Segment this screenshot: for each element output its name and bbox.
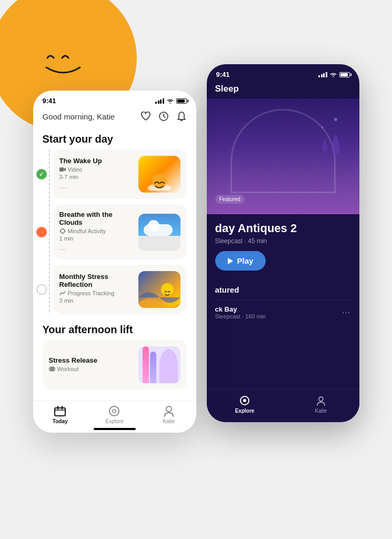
stress-release-title: Stress Release [49,356,134,364]
white-wifi-icon [166,98,174,104]
dark-explore-label: Explore [235,408,255,414]
dark-nav-explore[interactable]: Explore [207,395,283,414]
more-options-icon[interactable]: ··· [342,308,350,317]
play-label: Play [237,256,254,265]
featured-item-title: ck Bay [215,305,266,313]
breathe-type: Mindful Activity [59,228,134,234]
greeting-text: Good morning, Katie [43,112,115,121]
active-dot [36,227,47,237]
svg-point-8 [152,174,167,188]
stress-release-info: Stress Release Workout [49,356,134,373]
dark-nav-katie[interactable]: Katie [283,395,359,414]
hero-decoration [312,114,344,156]
dark-phone-title: Sleep [207,82,359,98]
white-bottom-nav: Today Explore [33,401,196,433]
white-status-bar: 9:41 [33,91,196,108]
svg-point-1 [321,126,324,128]
white-status-icons [155,98,187,104]
activity-stress[interactable]: Monthly Stress Reflection Progress Track… [53,265,187,314]
nav-explore[interactable]: Explore [87,405,142,424]
nav-katie[interactable]: Katie [142,405,196,424]
nav-today[interactable]: Today [33,405,87,424]
white-phone: 9:41 Good morning, Katie [33,91,196,433]
wake-up-info: The Wake Up Video 3-7 min ··· [59,157,134,192]
svg-point-20 [166,406,172,412]
featured-item[interactable]: ck Bay Sleepcast · 160 min ··· [215,300,351,325]
dark-phone: 9:41 Sleep [207,64,359,422]
today-nav-label: Today [53,418,68,424]
katie-profile-icon [163,405,175,417]
profile-nav-icon [315,395,327,406]
afternoon-title: Your afternoon lift [43,324,187,336]
white-phone-header: Good morning, Katie [33,108,196,131]
completed-dot: ✓ [36,169,47,179]
explore-nav-label: Explore [106,418,124,424]
white-battery-icon [176,98,187,104]
svg-point-4 [319,397,323,401]
breathe-image [138,214,180,251]
phones-container: 9:41 Sleep [33,48,359,522]
svg-point-19 [113,410,116,413]
dark-status-icons [318,72,350,77]
stress-info: Monthly Stress Reflection Progress Track… [59,273,134,307]
featured-badge: Featured [215,195,245,204]
wake-up-title: The Wake Up [59,157,134,165]
activity-timeline: ✓ The Wake Up Video 3-7 min ··· [33,149,196,314]
empty-dot [36,284,47,295]
play-triangle-icon [228,258,233,264]
stress-release-card[interactable]: Stress Release Workout [43,340,187,390]
progress-icon [59,290,66,296]
activity-breathe[interactable]: Breathe with the Clouds Mindful Activity… [53,204,187,259]
svg-rect-14 [55,408,65,416]
wake-up-image [138,156,180,193]
dark-status-bar: 9:41 [207,64,359,82]
mindful-icon [59,228,66,234]
play-button[interactable]: Play [215,251,266,271]
dark-content-area: day Antiques 2 Sleepcast · 45 min Play a… [207,214,359,332]
svg-point-18 [109,406,119,416]
dark-katie-label: Katie [315,408,327,414]
hero-subtitle: Sleepcast · 45 min [215,237,351,245]
featured-label: atured [215,285,351,294]
home-indicator [94,428,136,430]
start-your-day-title: Start your day [33,131,196,149]
featured-section: atured ck Bay Sleepcast · 160 min ··· [215,285,351,325]
signal-bars-icon [318,72,327,77]
wake-up-type: Video [59,166,134,173]
bell-icon[interactable] [176,111,187,122]
history-icon[interactable] [158,111,169,122]
explore-nav-icon [239,395,250,406]
svg-point-3 [243,399,246,402]
stress-release-image [138,346,180,383]
breathe-duration: 1 min [59,235,134,242]
today-nav-icon [54,405,66,417]
breathe-title: Breathe with the Clouds [59,211,134,226]
stress-title: Monthly Stress Reflection [59,273,134,288]
hero-title: day Antiques 2 [215,222,351,235]
explore-icon [108,405,120,417]
svg-rect-6 [59,167,64,172]
svg-point-9 [61,229,65,233]
svg-point-0 [334,118,337,121]
breathe-info: Breathe with the Clouds Mindful Activity… [59,211,134,253]
hero-image: Featured [207,98,359,214]
header-action-icons [140,111,187,122]
stress-type: Progress Tracking [59,290,134,296]
white-signal-icon [155,98,164,104]
activity-wake-up[interactable]: ✓ The Wake Up Video 3-7 min ··· [53,149,187,199]
svg-rect-13 [53,367,54,371]
sun-face [32,47,95,79]
checkmark-icon: ✓ [39,171,44,178]
wake-up-duration: 3-7 min [59,174,134,180]
breathe-more-icon[interactable]: ··· [59,245,134,253]
featured-item-subtitle: Sleepcast · 160 min [215,313,266,320]
greeting-row: Good morning, Katie [43,111,187,122]
dark-bottom-nav: Explore Katie [207,389,359,422]
svg-rect-11 [49,368,55,370]
wifi-icon [329,72,337,77]
wake-up-more-icon[interactable]: ··· [59,183,134,192]
heart-icon[interactable] [140,111,151,122]
katie-nav-label: Katie [163,418,175,424]
svg-point-10 [161,283,174,296]
stress-release-type: Workout [49,366,134,372]
